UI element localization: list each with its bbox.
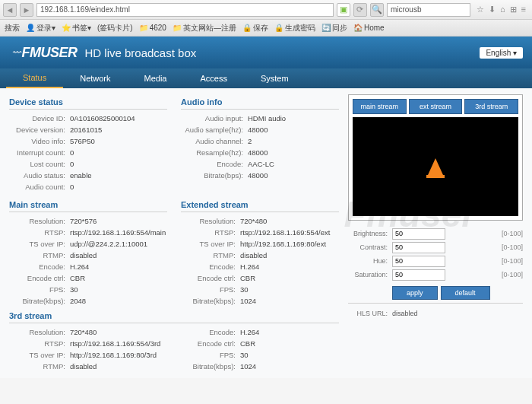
product-title: HD live broadcast box <box>85 46 197 59</box>
bookmark-item[interactable]: 🔒 保存 <box>242 23 268 33</box>
home-icon[interactable]: ⌂ <box>500 5 505 14</box>
tab-system[interactable]: System <box>244 68 306 88</box>
search-icon[interactable]: 🔍 <box>370 3 384 17</box>
stream-tab-3rd[interactable]: 3rd stream <box>464 99 518 114</box>
bookmark-item[interactable]: ⭐ 书签▾ <box>62 23 91 33</box>
control-input[interactable] <box>392 242 445 253</box>
row-value: CBR <box>70 272 85 284</box>
star-icon[interactable]: ☆ <box>477 5 484 14</box>
row-label: Resample(hz): <box>181 147 248 158</box>
control-input[interactable] <box>392 256 445 267</box>
row-value: 1024 <box>240 361 256 372</box>
row-label: Audio sample(hz): <box>181 124 248 135</box>
bookmark-item[interactable]: 🔄 同步 <box>321 23 347 33</box>
grid-icon[interactable]: ⊞ <box>510 5 517 14</box>
row-label: Encode ctrl: <box>9 272 70 284</box>
hls-label: HLS URL: <box>348 307 392 320</box>
row-label: TS over IP: <box>9 238 70 250</box>
row-label: Resolution: <box>9 326 70 338</box>
control-label: Hue: <box>348 254 392 268</box>
bookmark-bar: 搜索 👤 登录▾ ⭐ 书签▾ (签码卡片) 📁 4620 📁 英文网站—注册 🔒… <box>0 20 532 37</box>
row-label: Encode ctrl: <box>181 338 240 349</box>
control-label: Contrast: <box>348 240 392 254</box>
stream-tab-main[interactable]: main stream <box>353 99 407 114</box>
row-value: disabled <box>70 250 97 261</box>
section-audio-info: Audio info <box>181 97 339 107</box>
row-value: 48000 <box>248 170 268 181</box>
preview-panel: main stream ext stream 3rd stream <box>348 94 523 221</box>
row-value: CBR <box>240 338 255 349</box>
row-label: RTMP: <box>181 250 240 261</box>
row-value: CBR <box>240 272 255 284</box>
row-value: 2 <box>248 135 252 147</box>
control-range: [0-100] <box>445 254 523 268</box>
row-label: Bitrate(bps): <box>181 170 248 181</box>
row-label: RTSP: <box>9 227 70 238</box>
row-value: rtsp://192.168.1.169:554/3rd <box>70 338 160 349</box>
bookmark-item[interactable]: 👤 登录▾ <box>26 23 55 33</box>
row-label: Encode ctrl: <box>181 272 240 284</box>
reload-icon[interactable]: ⟳ <box>353 3 367 17</box>
row-value: HDMI audio <box>248 113 286 124</box>
row-label: FPS: <box>181 349 240 361</box>
row-value: 0A10160825000104 <box>70 113 135 124</box>
row-value: 576P50 <box>70 135 95 147</box>
bookmark-item[interactable]: 搜索 <box>5 23 20 33</box>
row-label: Audio status: <box>9 170 70 181</box>
row-value: http://192.168.1.169:80/3rd <box>70 349 157 361</box>
row-label: Resolution: <box>181 215 240 227</box>
stream-tab-ext[interactable]: ext stream <box>409 99 463 114</box>
menu-icon[interactable]: ≡ <box>521 5 526 14</box>
default-button[interactable]: default <box>441 286 490 300</box>
language-selector[interactable]: English ▾ <box>480 47 523 59</box>
forward-button[interactable]: ► <box>20 3 33 17</box>
row-label: Lost count: <box>9 158 70 170</box>
row-value: 48000 <box>248 147 268 158</box>
row-value: http://192.168.1.169:80/ext <box>240 238 326 250</box>
back-button[interactable]: ◄ <box>3 3 17 17</box>
bookmark-item[interactable]: 📁 英文网站—注册 <box>173 23 236 33</box>
row-value: H.264 <box>70 261 89 272</box>
row-label: Audio count: <box>9 181 70 192</box>
bookmark-item[interactable]: 🏠 Home <box>353 24 385 32</box>
row-label: Encode: <box>181 158 248 170</box>
page-header: 〰FMUSER HD live broadcast box English ▾ <box>0 37 532 68</box>
row-value: 0 <box>70 158 74 170</box>
control-range: [0-100] <box>445 268 523 282</box>
row-label: Interrupt count: <box>9 147 70 158</box>
download-icon[interactable]: ⬇ <box>489 5 496 14</box>
row-value: disabled <box>240 250 267 261</box>
shield-icon: ▣ <box>337 3 350 17</box>
vlc-icon <box>428 158 443 175</box>
control-range: [0-100] <box>445 227 523 240</box>
row-value: 0 <box>70 181 74 192</box>
row-value: H.264 <box>240 326 259 338</box>
tab-media[interactable]: Media <box>128 68 184 88</box>
row-value: AAC-LC <box>248 158 274 170</box>
row-label: Audio channel: <box>181 135 248 147</box>
tab-network[interactable]: Network <box>63 68 127 88</box>
apply-button[interactable]: apply <box>392 286 438 300</box>
control-input[interactable] <box>392 269 445 281</box>
row-label: Bitrate(kbps): <box>9 295 70 307</box>
url-bar[interactable]: 192.168.1.169/eindex.html <box>36 3 334 17</box>
section-main-stream: Main stream <box>9 200 167 209</box>
row-label: Resolution: <box>9 215 70 227</box>
tab-status[interactable]: Status <box>6 68 63 88</box>
tab-access[interactable]: Access <box>184 68 244 88</box>
row-value: rtsp://192.168.1.169:554/ext <box>240 227 330 238</box>
row-value: disabled <box>70 361 97 372</box>
section-3rd-stream: 3rd stream <box>9 311 339 320</box>
search-input[interactable]: microusb <box>387 3 470 17</box>
bookmark-item[interactable]: 📁 4620 <box>139 24 166 32</box>
control-label: Saturation: <box>348 268 392 282</box>
row-label: Bitrate(kbps): <box>181 295 240 307</box>
row-label: Device version: <box>9 124 70 135</box>
video-preview[interactable] <box>353 117 518 216</box>
bookmark-item[interactable]: (签码卡片) <box>97 23 133 33</box>
bookmark-item[interactable]: 🔒 生成密码 <box>274 23 315 33</box>
row-label: RTMP: <box>9 361 70 372</box>
control-input[interactable] <box>392 228 445 240</box>
row-value: H.264 <box>240 261 259 272</box>
control-label: Brightness: <box>348 227 392 240</box>
